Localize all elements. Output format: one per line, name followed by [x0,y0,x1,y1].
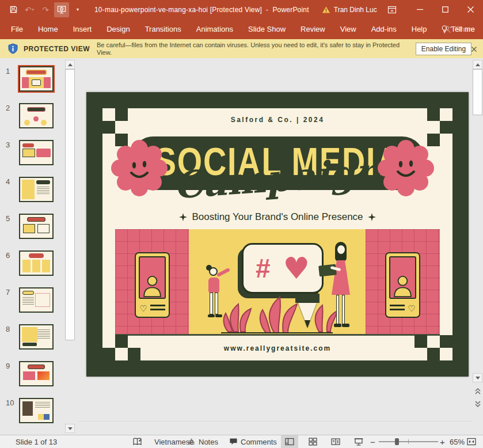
caption-lines [150,305,165,313]
thumbnail-shape [22,180,35,199]
tab-add-ins[interactable]: Add-ins [364,19,404,39]
zoom-out-button[interactable]: − [370,435,375,448]
slide-indicator[interactable]: Slide 1 of 13 [16,435,57,448]
slide-thumbnail[interactable]: 6 [0,250,64,285]
zoom-slider-thumb[interactable] [395,438,399,445]
person-avatar-icon [390,272,415,298]
slide-sorter-icon [309,438,317,446]
proofing-status[interactable] [132,435,142,448]
thumbnail-shape [38,414,50,420]
slide-thumbnail[interactable]: 10 [0,398,64,432]
scroll-down-icon [68,427,73,430]
thumbnail-shape [22,291,34,295]
thumbnail-shape [37,187,50,194]
scroll-down-button[interactable] [65,424,75,433]
tab-view[interactable]: View [333,19,364,39]
scrollbar-thumb[interactable] [473,69,482,115]
previous-slide-button[interactable] [473,386,482,396]
slide-thumbnail-preview[interactable] [19,214,54,239]
thumbnail-shape [22,260,50,272]
slide-url-text: www.reallygreatsite.com [86,344,469,352]
tab-home[interactable]: Home [31,19,66,39]
slide-thumbnail-preview[interactable] [19,361,54,386]
scroll-up-icon [68,63,73,66]
slide-thumbnail[interactable]: 2 [0,103,64,138]
customize-qat-button[interactable]: ▾ [70,2,85,17]
tab-review[interactable]: Review [293,19,333,39]
slide-thumbnail[interactable]: 3 [0,140,64,174]
slide-thumbnail-preview[interactable] [19,66,54,92]
undo-button[interactable]: ↶▾ [22,2,37,17]
ribbon-tab-bar: File Home Insert Design Transitions Anim… [0,19,483,39]
slide-canvas[interactable]: Salford & Co. | 2024 SOCIAL MEDIA Campai… [86,92,469,377]
account-area[interactable]: Tran Dinh Luc [322,6,377,14]
tab-help[interactable]: Help [404,19,435,39]
slide-thumbnail-preview[interactable] [19,177,54,202]
slide-thumbnail[interactable]: 1 [0,66,64,101]
tab-transitions[interactable]: Transitions [138,19,189,39]
thumbnail-shape [37,224,50,233]
banner-close-button[interactable] [469,44,479,54]
slide-thumbnail-preview[interactable] [19,287,54,313]
scroll-up-button[interactable] [65,60,75,69]
thumbnail-shape [28,365,45,369]
figure-shoes [334,324,341,327]
scroll-down-button[interactable] [473,373,482,382]
slide-thumbnail-preview[interactable] [19,103,54,128]
save-icon [9,5,18,14]
comments-button[interactable]: Comments [229,435,277,448]
figure-head [337,245,345,254]
figure-person-left [201,265,230,334]
slide-sorter-view-button[interactable] [304,435,321,448]
scroll-down-icon [476,377,480,379]
maximize-button[interactable] [432,0,458,19]
normal-view-button[interactable] [281,435,298,448]
tab-file[interactable]: File [3,19,31,39]
scroll-up-button[interactable] [473,60,482,69]
thumbnail-shape [27,217,45,222]
start-from-beginning-button[interactable] [54,2,69,17]
slide-thumbnail[interactable]: 4 [0,177,64,211]
slide-thumbnail[interactable]: 5 [0,214,64,248]
thumbnail-shape [22,149,35,157]
slide-thumbnail-preview[interactable] [19,398,54,423]
ribbon-display-options-button[interactable] [381,0,404,19]
scrollbar-thumb[interactable] [65,69,75,340]
slide-thumbnail[interactable]: 8 [0,324,64,359]
share-button[interactable]: Share [444,25,475,33]
polaroid-photo [139,256,166,299]
slide-thumbnail[interactable]: 9 [0,361,64,396]
slide-thumbnail[interactable]: 7 [0,287,64,322]
slide-show-button[interactable] [350,435,367,448]
slide-thumbnail-preview[interactable] [19,250,54,276]
thumbnail-shape [22,343,37,346]
main-scrollbar[interactable] [472,58,483,435]
zoom-in-button[interactable]: + [440,435,445,448]
enable-editing-button[interactable]: Enable Editing [416,43,471,55]
window-controls [407,0,483,19]
close-button[interactable] [458,0,483,19]
save-button[interactable] [6,2,21,17]
fit-to-window-icon [467,438,476,446]
notes-splitter[interactable] [78,421,483,422]
fit-slide-to-window-button[interactable] [464,435,479,448]
minimize-button[interactable] [407,0,432,19]
thumbnail-shape [24,120,30,126]
redo-button[interactable]: ↷ [38,2,53,17]
thumbnail-shape [26,70,47,75]
slide-number: 2 [6,104,10,112]
tab-insert[interactable]: Insert [66,19,100,39]
tab-animations[interactable]: Animations [189,19,241,39]
tab-slide-show[interactable]: Slide Show [241,19,293,39]
thumbnail-scrollbar[interactable] [64,58,75,435]
illustration-strip: ♡ # ♥ [115,229,440,334]
notes-button[interactable]: Notes [187,435,218,448]
zoom-level[interactable]: 65% [450,435,465,448]
hashtag-icon: # [256,253,271,284]
reading-view-button[interactable] [327,435,344,448]
tab-design[interactable]: Design [99,19,137,39]
slide-number: 4 [6,177,10,186]
slide-thumbnail-preview[interactable] [19,140,54,165]
slide-thumbnail-preview[interactable] [19,324,54,350]
next-slide-button[interactable] [473,399,482,408]
